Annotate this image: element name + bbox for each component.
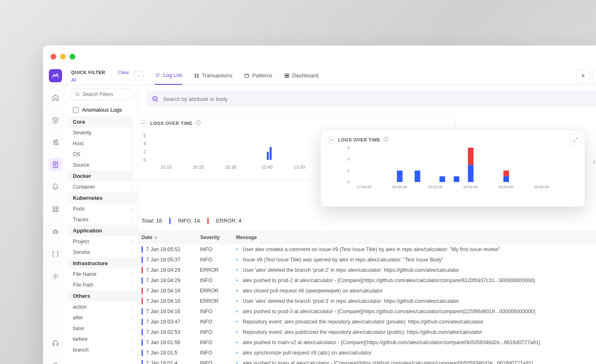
collapse-chart-button[interactable]: − <box>140 120 147 127</box>
error-count: ERROR: 4 <box>216 218 241 224</box>
tab-dashboard[interactable]: Dashboard <box>284 66 319 85</box>
search-bar[interactable] <box>147 91 596 107</box>
cube-icon[interactable] <box>49 359 62 364</box>
svg-point-6 <box>54 142 55 143</box>
filter-group[interactable]: Application <box>68 225 138 236</box>
log-row[interactable]: 7 Jan 18:01:5INFO+alex synchronize pull … <box>138 347 596 358</box>
search-row <box>147 91 596 107</box>
log-row[interactable]: 7 Jan 18:03:47INFO+Repository event: ale… <box>138 316 596 327</box>
info-icon[interactable]: ⓘ <box>384 136 389 143</box>
log-row[interactable]: 7 Jan 18:04:16ERROR+User 'alex' deleted … <box>138 296 596 306</box>
app-logo[interactable] <box>43 69 68 82</box>
filter-group[interactable]: Kubernetes <box>68 192 138 204</box>
gear-icon[interactable] <box>49 270 62 283</box>
info-icon[interactable]: ⓘ <box>196 120 201 127</box>
svg-text:15:50: 15:50 <box>294 165 305 170</box>
filter-item[interactable]: action› <box>68 302 138 312</box>
stack-icon[interactable] <box>49 113 62 127</box>
expand-row-icon[interactable]: + <box>236 329 238 335</box>
svg-text:18:02:00: 18:02:00 <box>428 185 442 189</box>
filter-item[interactable]: branch› <box>68 345 138 355</box>
log-row[interactable]: 7 Jan 18:04:29ERROR+User 'alex' deleted … <box>138 265 596 275</box>
svg-text:17:58:00: 17:58:00 <box>356 185 371 189</box>
grid-icon[interactable] <box>49 203 62 216</box>
tab-transactions[interactable]: Transactions <box>194 66 233 85</box>
expand-row-icon[interactable]: + <box>236 267 238 273</box>
live-play-button[interactable] <box>576 69 590 83</box>
col-date[interactable]: Date <box>142 235 152 240</box>
expand-row-icon[interactable]: + <box>236 247 238 252</box>
expand-chart-button[interactable] <box>570 134 581 145</box>
minimize-window-dot[interactable] <box>60 54 66 60</box>
log-row[interactable]: 7 Jan 18:04:18ERROR+alex closed pull req… <box>138 285 596 296</box>
expand-row-icon[interactable]: + <box>236 350 238 356</box>
close-window-dot[interactable] <box>50 54 56 60</box>
refresh-button[interactable] <box>593 69 596 83</box>
maximize-window-dot[interactable] <box>70 54 75 60</box>
filter-group[interactable]: Others <box>68 290 138 302</box>
svg-text:18:08:00: 18:08:00 <box>534 185 549 189</box>
quick-filter-title: QUICK FILTER <box>71 70 105 75</box>
expand-row-icon[interactable]: + <box>236 309 238 314</box>
filter-group[interactable]: Infrastructure <box>68 258 138 269</box>
info-count: INFO: 14 <box>178 218 200 224</box>
expand-row-icon[interactable]: + <box>236 298 238 304</box>
log-row[interactable]: 7 Jan 18:04:29INFO+alex pushed to prod-2… <box>138 275 596 285</box>
filter-group[interactable]: Docker <box>68 170 138 182</box>
sliders-icon[interactable] <box>49 136 62 149</box>
svg-text:4: 4 <box>347 157 349 161</box>
bell-icon[interactable] <box>49 180 62 194</box>
expand-row-icon[interactable]: + <box>236 340 238 345</box>
log-row[interactable]: 7 Jan 18:05:37INFO+Issue #9 (Test Issue … <box>138 254 596 265</box>
expand-row-icon[interactable]: + <box>236 319 238 325</box>
filter-item[interactable]: base› <box>68 323 138 334</box>
headset-icon[interactable] <box>49 337 62 350</box>
filter-item[interactable]: Service› <box>68 247 138 258</box>
log-row[interactable]: 7 Jan 18:05:52INFO+User alex created a c… <box>138 244 596 254</box>
log-row[interactable]: 7 Jan 18:02:53INFO+Repository event: ale… <box>138 327 596 337</box>
svg-point-5 <box>56 140 57 141</box>
filter-item[interactable]: before› <box>68 334 138 345</box>
brackets-icon[interactable] <box>49 247 62 261</box>
filter-item[interactable]: Traces› <box>68 214 138 225</box>
log-row[interactable]: 7 Jan 18:01:56INFO+alex pushed to main-v… <box>138 337 596 347</box>
search-filters-field[interactable] <box>82 91 131 97</box>
collapse-zoom-chart-button[interactable]: − <box>328 136 335 143</box>
filter-item[interactable]: Source› <box>68 160 138 170</box>
search-filters-input[interactable] <box>71 89 135 100</box>
filter-item[interactable]: Host› <box>68 138 138 149</box>
filter-item[interactable]: Container› <box>68 182 138 192</box>
anomalous-checkbox[interactable] <box>73 107 79 113</box>
robot-icon[interactable] <box>49 225 62 238</box>
window-controls <box>50 54 75 60</box>
filter-item[interactable]: Pods› <box>68 204 138 214</box>
tab-patterns[interactable]: Patterns <box>244 66 272 85</box>
expand-row-icon[interactable]: + <box>236 360 238 364</box>
tab-log-list[interactable]: Log List <box>155 66 182 85</box>
anomalous-checkbox-row[interactable]: Anomalous Logs <box>68 103 138 116</box>
filter-item[interactable]: File Path› <box>68 280 138 290</box>
filter-item[interactable]: File Name› <box>68 269 138 280</box>
expand-row-icon[interactable]: + <box>236 257 238 263</box>
tabs-row: Log ListTransactionsPatternsDashboard <box>155 66 319 85</box>
main-content: − LOGS OVER TIME ⓘ 6 4 2 0 15:10 15:20 1… <box>138 85 596 364</box>
col-severity[interactable]: Severity <box>200 235 236 240</box>
svg-rect-11 <box>53 210 55 212</box>
home-icon[interactable] <box>49 91 62 104</box>
svg-text:2: 2 <box>347 169 349 173</box>
svg-rect-38 <box>468 165 473 182</box>
filter-item[interactable]: Project› <box>68 236 138 247</box>
log-row[interactable]: 7 Jan 18:01:4INFO+alex pushed to main at… <box>138 358 596 364</box>
filter-item[interactable]: after› <box>68 312 138 323</box>
filter-item[interactable]: Severity› <box>68 127 138 138</box>
filter-group[interactable]: Core <box>68 116 138 127</box>
expand-row-icon[interactable]: + <box>236 288 238 294</box>
logs-icon[interactable] <box>49 158 62 171</box>
col-message[interactable]: Message <box>236 235 596 240</box>
collapse-filters-button[interactable]: ‹ <box>134 71 143 80</box>
filter-item[interactable]: OS› <box>68 149 138 160</box>
log-row[interactable]: 7 Jan 18:04:16INFO+alex pushed to prod-3… <box>138 306 596 316</box>
expand-row-icon[interactable]: + <box>236 278 238 283</box>
search-input[interactable] <box>163 96 596 102</box>
svg-text:18:04:00: 18:04:00 <box>463 185 478 189</box>
